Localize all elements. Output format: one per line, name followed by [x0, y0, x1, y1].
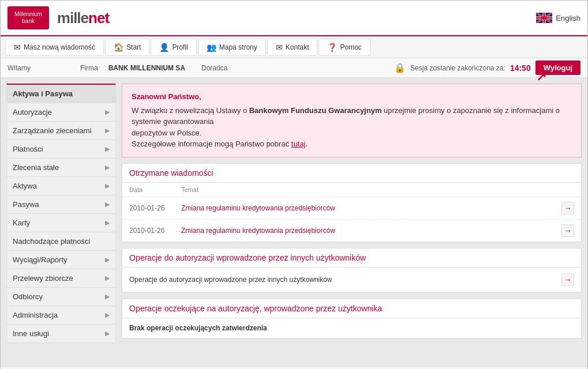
- notice-box: ↗ Szanowni Państwo, W związku z noweliza…: [122, 84, 582, 157]
- page-footer: Copyright © Bank Millennium SA: [1, 366, 587, 369]
- sidebar-item-karty[interactable]: Karty ▶: [6, 213, 116, 232]
- message-row-1: 2010-01-26 Zmiana regulaminu kredytowani…: [122, 197, 581, 219]
- welcome-label: Witamy: [8, 64, 65, 72]
- company-prefix-text: Firma: [80, 64, 98, 72]
- uk-flag-icon: [536, 13, 552, 23]
- sidebar-item-administracja[interactable]: Administracja ▶: [6, 306, 116, 324]
- chevron-right-icon: ▶: [105, 127, 110, 134]
- chevron-right-icon: ▶: [105, 145, 110, 153]
- col-subject-header: Temat: [174, 183, 555, 197]
- chevron-right-icon: ▶: [105, 293, 110, 300]
- mail-icon: ✉: [276, 43, 283, 52]
- user-icon: 👤: [159, 43, 169, 52]
- chevron-right-icon: ▶: [105, 311, 110, 319]
- millenet-logo: millenet: [57, 9, 109, 27]
- help-icon: ❓: [327, 43, 337, 52]
- session-countdown: 14:50: [510, 63, 531, 73]
- chevron-right-icon: ▶: [105, 256, 110, 263]
- advisor-label: Doradca: [201, 64, 227, 72]
- message-subject-1[interactable]: Zmiana regulaminu kredytowania przedsięb…: [174, 197, 555, 219]
- sidebar-item-odbiorcy[interactable]: Odbiorcy ▶: [6, 287, 116, 306]
- sidebar-item-aktywa-pasywa[interactable]: Aktywa i Pasywa: [6, 84, 116, 103]
- sidebar-item-autoryzacje[interactable]: Autoryzacje ▶: [6, 103, 116, 121]
- chevron-right-icon: ▶: [105, 219, 110, 227]
- message-date-1: 2010-01-26: [122, 197, 174, 219]
- ops-pending-header: Operacje oczekujące na autoryzację, wpro…: [122, 299, 581, 318]
- col-date-header: Data: [122, 183, 174, 197]
- notice-body: W związku z nowelizacją Ustawy o Bankowy…: [132, 105, 572, 127]
- messages-section: Otrzymane wiadomości Data Temat: [122, 163, 582, 242]
- session-bar: Witamy Firma BANK MILLENNIUM SA Doradca …: [1, 58, 587, 78]
- chevron-right-icon: ▶: [105, 201, 110, 208]
- messages-section-header: Otrzymane wiadomości: [122, 164, 581, 183]
- sidebar-item-aktywa[interactable]: Aktywa ▶: [6, 176, 116, 195]
- sidebar-item-platnosci[interactable]: Płatności ▶: [6, 140, 116, 158]
- notice-line3: depozytów w Polsce.: [132, 127, 572, 139]
- nav-start[interactable]: 🏠 Start: [105, 39, 149, 56]
- sidebar-item-wyciagi-raporty[interactable]: Wyciągi/Raporty ▶: [6, 250, 116, 269]
- ops-other-row: Operacje do autoryzacji wprowadzone prze…: [122, 268, 581, 292]
- sidebar: Aktywa i Pasywa Autoryzacje ▶ Zarządzani…: [6, 84, 116, 360]
- nav-site-map[interactable]: 👥 Mapa strony: [198, 39, 266, 56]
- ops-other-section: Operacje do autoryzacji wprowadzone prze…: [122, 248, 582, 293]
- message-arrow-1: →: [555, 197, 581, 219]
- nav-profile[interactable]: 👤 Profil: [151, 39, 196, 56]
- ops-other-header: Operacje do autoryzacji wprowadzone prze…: [122, 248, 581, 268]
- message-date-2: 2010-01-26: [122, 219, 174, 242]
- session-expire-label: Sesja zostanie zakończona za:: [410, 64, 505, 72]
- sitemap-icon: 👥: [207, 43, 216, 52]
- lock-icon: 🔒: [394, 62, 406, 73]
- navigation-bar: ✉ Masz nową wiadomość 🏠 Start 👤 Profil 👥…: [1, 36, 587, 58]
- sidebar-item-zarzadzanie-zleceniami[interactable]: Zarządzanie zleceniami ▶: [6, 121, 116, 140]
- language-selector[interactable]: English: [536, 13, 580, 23]
- chevron-right-icon: ▶: [105, 330, 110, 337]
- sidebar-item-przelewy-zbiorcze[interactable]: Przelewy zbiorcze ▶: [6, 269, 116, 287]
- right-panel: ↗ Szanowni Państwo, W związku z noweliza…: [122, 84, 582, 360]
- message-row-2: 2010-01-26 Zmiana regulaminu kredytowani…: [122, 219, 581, 242]
- arrow-indicator: ↗: [536, 67, 546, 86]
- language-label: English: [556, 14, 580, 22]
- company-name: BANK MILLENNIUM SA: [108, 64, 185, 72]
- chevron-right-icon: ▶: [105, 182, 110, 190]
- message-arrow-btn-2[interactable]: →: [561, 224, 574, 237]
- ops-pending-empty: Brak operacji oczekujących zatwierdzenia: [122, 318, 581, 338]
- notice-line4: Szczegółowe informacje mogą Państwo pobr…: [132, 138, 572, 150]
- millennium-logo: Millennium bank: [8, 6, 49, 29]
- logo-area: Millennium bank millenet: [8, 6, 109, 29]
- notice-title: Szanowni Państwo,: [132, 91, 572, 103]
- page-header: Millennium bank millenet English: [1, 1, 587, 36]
- sidebar-item-pasywa[interactable]: Pasywa ▶: [6, 195, 116, 213]
- session-right: 🔒 Sesja zostanie zakończona za: 14:50 Wy…: [394, 61, 580, 75]
- nav-help[interactable]: ❓ Pomoc: [319, 39, 370, 56]
- chevron-right-icon: ▶: [105, 164, 110, 171]
- nav-contact[interactable]: ✉ Kontakt: [267, 39, 318, 56]
- chevron-right-icon: ▶: [105, 108, 110, 116]
- sidebar-item-zlecenia-stale[interactable]: Zlecenia stałe ▶: [6, 158, 116, 176]
- message-arrow-2: →: [555, 219, 581, 242]
- messages-table: Data Temat 2010-01-26 Zmiana regulaminu …: [122, 183, 581, 242]
- chevron-right-icon: ▶: [105, 274, 110, 282]
- sidebar-item-nadchodzace-platnosci[interactable]: Nadchodzące płatności: [6, 232, 116, 250]
- nav-new-message[interactable]: ✉ Masz nową wiadomość: [5, 39, 104, 56]
- sidebar-item-inne-uslugi[interactable]: Inne usługi ▶: [6, 324, 116, 343]
- ops-other-arrow-btn[interactable]: →: [561, 273, 574, 286]
- main-content: Aktywa i Pasywa Autoryzacje ▶ Zarządzani…: [1, 78, 587, 366]
- notice-link[interactable]: tutaj: [291, 140, 306, 148]
- messages-section-body: Data Temat 2010-01-26 Zmiana regulaminu …: [122, 183, 581, 242]
- ops-pending-section: Operacje oczekujące na autoryzację, wpro…: [122, 299, 582, 338]
- message-arrow-btn-1[interactable]: →: [561, 202, 574, 214]
- message-subject-2[interactable]: Zmiana regulaminu kredytowania przedsięb…: [174, 219, 555, 242]
- home-icon: 🏠: [114, 43, 123, 52]
- envelope-icon: ✉: [14, 43, 21, 52]
